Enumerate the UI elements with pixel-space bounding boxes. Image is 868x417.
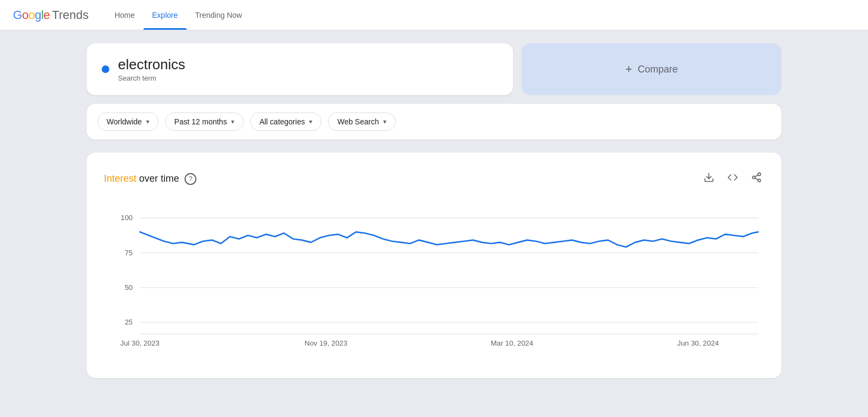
search-term: electronics: [118, 56, 185, 73]
header: Google Trends Home Explore Trending Now: [0, 0, 868, 30]
svg-line-5: [755, 175, 758, 176]
embed-button[interactable]: [725, 170, 740, 188]
chevron-down-icon: ▾: [146, 118, 149, 125]
filter-time-label: Past 12 months: [174, 117, 227, 126]
chart-title-over-time: over time: [136, 173, 179, 184]
help-icon[interactable]: ?: [185, 173, 196, 185]
interest-chart: 100 75 50 25 Jul 30, 2023 Nov 19, 2023 M…: [104, 201, 764, 363]
filter-region[interactable]: Worldwide ▾: [97, 112, 159, 131]
filter-search-type-label: Web Search: [337, 117, 379, 126]
search-card: electronics Search term: [87, 43, 513, 95]
y-label-25: 25: [124, 318, 133, 326]
filter-category[interactable]: All categories ▾: [250, 112, 321, 131]
chevron-down-icon: ▾: [231, 118, 234, 125]
logo[interactable]: Google Trends: [13, 8, 89, 22]
x-label-jul: Jul 30, 2023: [120, 339, 159, 347]
chevron-down-icon: ▾: [383, 118, 386, 125]
y-label-75: 75: [124, 249, 133, 257]
y-label-50: 50: [124, 283, 133, 292]
share-icon: [751, 172, 762, 183]
search-text-block: electronics Search term: [118, 56, 185, 82]
svg-line-4: [755, 178, 758, 180]
filters-bar: Worldwide ▾ Past 12 months ▾ All categor…: [87, 104, 781, 140]
chart-line: [140, 232, 758, 247]
search-area: electronics Search term + Compare: [87, 43, 781, 95]
search-dot: [102, 65, 109, 73]
chart-header: Interest over time ?: [104, 170, 764, 188]
x-label-mar: Mar 10, 2024: [491, 339, 533, 347]
chart-title-interest: Interest: [104, 173, 136, 184]
logo-google-text: Google: [13, 8, 50, 22]
chart-container: 100 75 50 25 Jul 30, 2023 Nov 19, 2023 M…: [104, 201, 764, 365]
compare-label: Compare: [637, 64, 678, 75]
compare-plus-icon: +: [626, 62, 633, 76]
chart-title-area: Interest over time ?: [104, 173, 196, 185]
y-label-100: 100: [121, 214, 133, 222]
chevron-down-icon: ▾: [309, 118, 312, 125]
download-icon: [703, 172, 714, 183]
compare-card[interactable]: + Compare: [522, 43, 781, 95]
nav-item-trending-now[interactable]: Trending Now: [187, 0, 251, 30]
main-nav: Home Explore Trending Now: [106, 0, 251, 30]
search-type: Search term: [118, 74, 185, 82]
logo-trends-text: Trends: [52, 8, 89, 22]
nav-item-explore[interactable]: Explore: [143, 0, 186, 30]
embed-icon: [727, 172, 738, 183]
filter-search-type[interactable]: Web Search ▾: [328, 112, 396, 131]
filter-time[interactable]: Past 12 months ▾: [165, 112, 244, 131]
filter-region-label: Worldwide: [107, 117, 142, 126]
chart-title: Interest over time: [104, 173, 179, 184]
share-button[interactable]: [749, 170, 764, 188]
download-button[interactable]: [701, 170, 716, 188]
x-label-jun: Jun 30, 2024: [678, 339, 719, 347]
chart-actions: [701, 170, 764, 188]
x-label-nov: Nov 19, 2023: [305, 339, 347, 347]
filter-category-label: All categories: [259, 117, 305, 126]
chart-card: Interest over time ?: [87, 153, 781, 378]
nav-item-home[interactable]: Home: [106, 0, 143, 30]
main-content: electronics Search term + Compare Worldw…: [0, 30, 868, 391]
